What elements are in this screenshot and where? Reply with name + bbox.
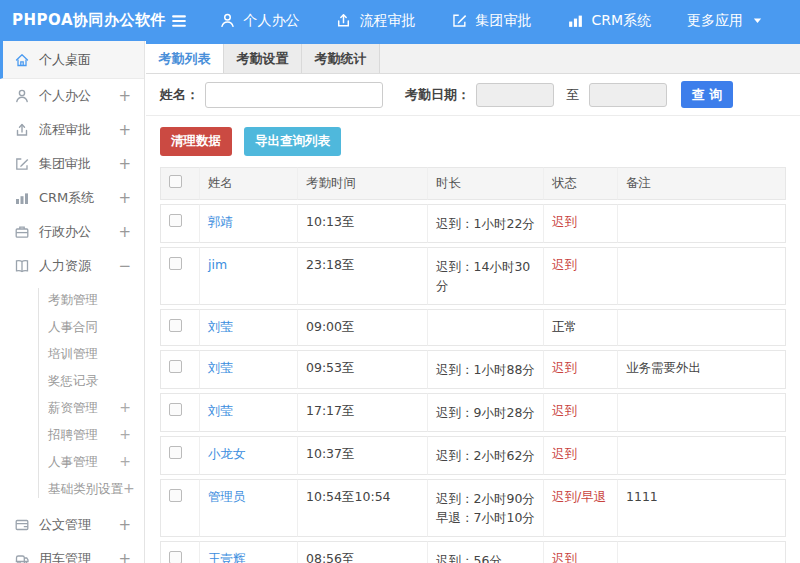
sidebar-subitem-label: 人事合同 [48, 313, 98, 340]
expand-plus-icon[interactable]: + [118, 223, 131, 241]
cell-status: 迟到 [544, 393, 618, 432]
sidebar-subitem-label: 人事管理 [48, 448, 98, 475]
sidebar-item[interactable]: 行政办公+ [0, 215, 144, 249]
cell-status: 迟到 [544, 247, 618, 305]
expand-plus-icon[interactable]: + [118, 87, 131, 105]
row-checkbox[interactable] [169, 214, 182, 227]
expand-plus-icon[interactable]: + [118, 516, 131, 534]
sidebar-item[interactable]: 流程审批+ [0, 113, 144, 147]
sidebar-subitem[interactable]: 奖惩记录 [0, 367, 144, 394]
tab-考勤列表[interactable]: 考勤列表 [146, 44, 224, 73]
expand-plus-icon[interactable]: + [118, 155, 131, 173]
tab-考勤统计[interactable]: 考勤统计 [302, 44, 380, 73]
table-body: 郭靖10:13至迟到：1小时22分迟到jim23:18至迟到：14小时30分迟到… [160, 204, 786, 563]
row-checkbox[interactable] [169, 360, 182, 373]
employee-name-link[interactable]: 小龙女 [208, 446, 246, 461]
top-header: PHPOA协同办公软件 个人办公流程审批集团审批CRM系统更多应用 [0, 0, 800, 41]
date-to-input[interactable] [589, 83, 667, 107]
select-all-checkbox[interactable] [169, 175, 182, 188]
duration-line: 迟到：56分 [436, 551, 535, 563]
nav-item-label: 流程审批 [359, 12, 415, 30]
name-input[interactable] [205, 82, 383, 108]
table-row: jim23:18至迟到：14小时30分迟到 [160, 247, 786, 305]
hamburger-menu-icon[interactable] [169, 11, 189, 31]
column-header: 考勤时间 [298, 167, 428, 200]
sidebar-subitem[interactable]: 人事合同 [0, 313, 144, 340]
sidebar-item[interactable]: 用车管理+ [0, 542, 144, 563]
chart-icon [567, 12, 584, 29]
expand-plus-icon[interactable]: + [119, 448, 131, 475]
cell-note [618, 541, 786, 563]
cell-attendance-time: 10:13至 [298, 204, 428, 243]
employee-name-link[interactable]: 郭靖 [208, 214, 233, 229]
attendance-table: 姓名考勤时间时长状态备注 郭靖10:13至迟到：1小时22分迟到jim23:18… [160, 163, 786, 563]
sidebar-subitem-label: 考勤管理 [48, 286, 98, 313]
sidebar-subitem[interactable]: 培训管理 [0, 340, 144, 367]
cell-status: 迟到/早退 [544, 479, 618, 537]
expand-plus-icon[interactable]: + [119, 421, 131, 448]
nav-item-chart[interactable]: CRM系统 [567, 12, 651, 30]
sidebar-subitem[interactable]: 薪资管理+ [0, 394, 144, 421]
cell-attendance-time: 08:56至 [298, 541, 428, 563]
table-row: 刘莹09:53至迟到：1小时88分迟到业务需要外出 [160, 350, 786, 389]
cell-note [618, 393, 786, 432]
expand-plus-icon[interactable]: + [118, 189, 131, 207]
row-checkbox[interactable] [169, 319, 182, 332]
nav-item-flow[interactable]: 流程审批 [335, 12, 415, 30]
sidebar-item[interactable]: 个人办公+ [0, 79, 144, 113]
caret-icon [751, 14, 764, 27]
tab-考勤设置[interactable]: 考勤设置 [224, 44, 302, 73]
row-checkbox[interactable] [169, 551, 182, 563]
employee-name-link[interactable]: 刘莹 [208, 319, 233, 334]
cell-name: 郭靖 [200, 204, 298, 243]
clean-data-button[interactable]: 清理数据 [160, 127, 232, 156]
sidebar-item[interactable]: 个人桌面 [0, 41, 144, 79]
sidebar-subitem[interactable]: 考勤管理 [0, 286, 144, 313]
employee-name-link[interactable]: 王壹辉 [208, 551, 246, 563]
status-badge: 迟到 [552, 257, 577, 272]
sidebar-item-label: 个人办公 [39, 87, 118, 105]
sidebar-item[interactable]: 人力资源− [0, 249, 144, 283]
export-list-button[interactable]: 导出查询列表 [244, 127, 341, 156]
sidebar-item[interactable]: 集团审批+ [0, 147, 144, 181]
main-panel: 考勤列表考勤设置考勤统计 姓名： 考勤日期： 至 查 询 清理数据 导出查询列表… [146, 41, 800, 563]
sidebar-item-label: 流程审批 [39, 121, 118, 139]
nav-item-user[interactable]: 个人办公 [219, 12, 299, 30]
nav-item-more[interactable]: 更多应用 [687, 12, 764, 30]
collapse-minus-icon[interactable]: − [118, 257, 131, 275]
sidebar-item[interactable]: CRM系统+ [0, 181, 144, 215]
sidebar-subitem[interactable]: 招聘管理+ [0, 421, 144, 448]
app-logo: PHPOA协同办公软件 [0, 11, 169, 30]
row-checkbox[interactable] [169, 446, 182, 459]
sidebar-item[interactable]: 公文管理+ [0, 508, 144, 542]
sidebar-item-label: 集团审批 [39, 155, 118, 173]
expand-plus-icon[interactable]: + [123, 475, 135, 502]
row-checkbox[interactable] [169, 403, 182, 416]
employee-name-link[interactable]: jim [208, 257, 227, 272]
cell-note [618, 204, 786, 243]
user-icon [14, 88, 30, 104]
cell-duration: 迟到：9小时28分 [428, 393, 544, 432]
cell-note [618, 436, 786, 475]
duration-line: 迟到：1小时22分 [436, 214, 535, 233]
expand-plus-icon[interactable]: + [119, 394, 131, 421]
row-checkbox[interactable] [169, 257, 182, 270]
tab-bar: 考勤列表考勤设置考勤统计 [146, 44, 800, 74]
date-from-input[interactable] [476, 83, 554, 107]
sidebar-submenu: 考勤管理人事合同培训管理奖惩记录薪资管理+招聘管理+人事管理+基础类别设置+ [0, 283, 144, 508]
expand-plus-icon[interactable]: + [118, 550, 131, 563]
employee-name-link[interactable]: 刘莹 [208, 360, 233, 375]
search-button[interactable]: 查 询 [681, 81, 733, 108]
nav-item-edit[interactable]: 集团审批 [451, 12, 531, 30]
employee-name-link[interactable]: 刘莹 [208, 403, 233, 418]
header-checkbox-cell [160, 167, 200, 200]
sidebar-subitem[interactable]: 基础类别设置+ [0, 475, 144, 502]
expand-plus-icon[interactable]: + [118, 121, 131, 139]
employee-name-link[interactable]: 管理员 [208, 489, 246, 504]
cell-attendance-time: 17:17至 [298, 393, 428, 432]
sidebar-subitem-label: 培训管理 [48, 340, 98, 367]
cell-name: 王壹辉 [200, 541, 298, 563]
sidebar-subitem[interactable]: 人事管理+ [0, 448, 144, 475]
row-checkbox[interactable] [169, 489, 182, 502]
status-badge: 迟到 [552, 403, 577, 418]
